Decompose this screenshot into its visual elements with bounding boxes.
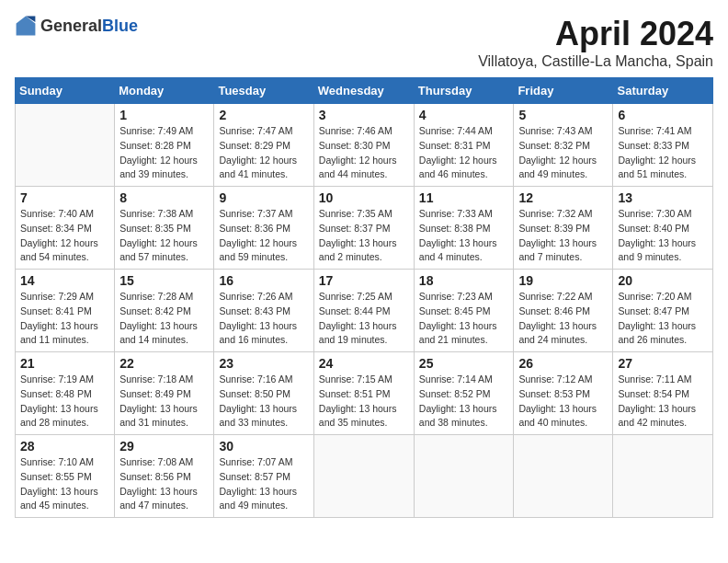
day-number: 27 (618, 356, 708, 371)
day-number: 22 (119, 356, 209, 371)
day-info: Sunrise: 7:44 AMSunset: 8:31 PMDaylight:… (419, 124, 509, 182)
calendar-cell: 12Sunrise: 7:32 AMSunset: 8:39 PMDayligh… (514, 187, 613, 270)
day-info: Sunrise: 7:40 AMSunset: 8:34 PMDaylight:… (20, 207, 109, 265)
day-number: 26 (518, 356, 608, 371)
day-number: 25 (419, 356, 509, 371)
calendar-cell: 23Sunrise: 7:16 AMSunset: 8:50 PMDayligh… (214, 352, 313, 435)
calendar-cell: 11Sunrise: 7:33 AMSunset: 8:38 PMDayligh… (414, 187, 514, 270)
calendar-cell: 16Sunrise: 7:26 AMSunset: 8:43 PMDayligh… (214, 270, 313, 352)
day-number: 10 (319, 190, 409, 205)
day-number: 3 (319, 108, 409, 122)
day-number: 19 (518, 273, 608, 288)
day-info: Sunrise: 7:28 AMSunset: 8:42 PMDaylight:… (119, 290, 209, 348)
calendar-cell (16, 104, 115, 187)
day-number: 23 (219, 356, 308, 371)
day-info: Sunrise: 7:30 AMSunset: 8:40 PMDaylight:… (618, 207, 708, 265)
day-info: Sunrise: 7:14 AMSunset: 8:52 PMDaylight:… (419, 373, 509, 431)
calendar-cell: 10Sunrise: 7:35 AMSunset: 8:37 PMDayligh… (313, 187, 414, 270)
weekday-header-thursday: Thursday (414, 78, 514, 104)
day-info: Sunrise: 7:19 AMSunset: 8:48 PMDaylight:… (20, 373, 109, 431)
day-info: Sunrise: 7:33 AMSunset: 8:38 PMDaylight:… (419, 207, 509, 265)
day-info: Sunrise: 7:49 AMSunset: 8:28 PMDaylight:… (119, 124, 209, 182)
calendar-cell (613, 435, 713, 518)
weekday-header-saturday: Saturday (613, 78, 713, 104)
day-info: Sunrise: 7:10 AMSunset: 8:55 PMDaylight:… (20, 455, 109, 513)
calendar-cell: 6Sunrise: 7:41 AMSunset: 8:33 PMDaylight… (613, 104, 713, 187)
calendar-cell: 22Sunrise: 7:18 AMSunset: 8:49 PMDayligh… (115, 352, 214, 435)
day-info: Sunrise: 7:25 AMSunset: 8:44 PMDaylight:… (319, 290, 409, 348)
calendar-cell: 1Sunrise: 7:49 AMSunset: 8:28 PMDaylight… (115, 104, 214, 187)
weekday-header-tuesday: Tuesday (214, 78, 313, 104)
calendar-cell: 7Sunrise: 7:40 AMSunset: 8:34 PMDaylight… (16, 187, 115, 270)
calendar-cell: 29Sunrise: 7:08 AMSunset: 8:56 PMDayligh… (115, 435, 214, 518)
day-info: Sunrise: 7:11 AMSunset: 8:54 PMDaylight:… (618, 373, 708, 431)
day-info: Sunrise: 7:38 AMSunset: 8:35 PMDaylight:… (119, 207, 209, 265)
weekday-header-wednesday: Wednesday (313, 78, 414, 104)
calendar-cell: 18Sunrise: 7:23 AMSunset: 8:45 PMDayligh… (414, 270, 514, 352)
day-info: Sunrise: 7:16 AMSunset: 8:50 PMDaylight:… (219, 373, 308, 431)
day-info: Sunrise: 7:35 AMSunset: 8:37 PMDaylight:… (319, 207, 409, 265)
day-info: Sunrise: 7:47 AMSunset: 8:29 PMDaylight:… (219, 124, 308, 182)
day-number: 14 (20, 273, 109, 288)
day-number: 21 (20, 356, 109, 371)
day-info: Sunrise: 7:20 AMSunset: 8:47 PMDaylight:… (618, 290, 708, 348)
calendar-week-row: 1Sunrise: 7:49 AMSunset: 8:28 PMDaylight… (16, 104, 713, 187)
day-info: Sunrise: 7:37 AMSunset: 8:36 PMDaylight:… (219, 207, 308, 265)
logo: GeneralBlue (15, 15, 138, 37)
weekday-header-friday: Friday (514, 78, 613, 104)
weekday-header-row: SundayMondayTuesdayWednesdayThursdayFrid… (16, 78, 713, 104)
calendar-cell (514, 435, 613, 518)
calendar-cell: 19Sunrise: 7:22 AMSunset: 8:46 PMDayligh… (514, 270, 613, 352)
location-title: Villatoya, Castille-La Mancha, Spain (478, 53, 713, 70)
day-number: 6 (618, 108, 708, 122)
calendar-cell: 13Sunrise: 7:30 AMSunset: 8:40 PMDayligh… (613, 187, 713, 270)
day-number: 16 (219, 273, 308, 288)
calendar-cell: 25Sunrise: 7:14 AMSunset: 8:52 PMDayligh… (414, 352, 514, 435)
day-number: 24 (319, 356, 409, 371)
day-number: 9 (219, 190, 308, 205)
calendar-week-row: 14Sunrise: 7:29 AMSunset: 8:41 PMDayligh… (16, 270, 713, 352)
calendar-week-row: 7Sunrise: 7:40 AMSunset: 8:34 PMDaylight… (16, 187, 713, 270)
day-number: 28 (20, 439, 109, 454)
calendar-cell: 21Sunrise: 7:19 AMSunset: 8:48 PMDayligh… (16, 352, 115, 435)
calendar-cell: 30Sunrise: 7:07 AMSunset: 8:57 PMDayligh… (214, 435, 313, 518)
day-info: Sunrise: 7:23 AMSunset: 8:45 PMDaylight:… (419, 290, 509, 348)
day-number: 13 (618, 190, 708, 205)
day-info: Sunrise: 7:15 AMSunset: 8:51 PMDaylight:… (319, 373, 409, 431)
day-number: 18 (419, 273, 509, 288)
day-number: 2 (219, 108, 308, 122)
day-number: 20 (618, 273, 708, 288)
calendar-cell: 17Sunrise: 7:25 AMSunset: 8:44 PMDayligh… (313, 270, 414, 352)
day-number: 1 (119, 108, 209, 122)
day-info: Sunrise: 7:46 AMSunset: 8:30 PMDaylight:… (319, 124, 409, 182)
day-info: Sunrise: 7:41 AMSunset: 8:33 PMDaylight:… (618, 124, 708, 182)
logo-icon (15, 15, 37, 37)
day-info: Sunrise: 7:12 AMSunset: 8:53 PMDaylight:… (518, 373, 608, 431)
day-info: Sunrise: 7:43 AMSunset: 8:32 PMDaylight:… (518, 124, 608, 182)
calendar-cell (414, 435, 514, 518)
day-number: 7 (20, 190, 109, 205)
calendar-cell: 9Sunrise: 7:37 AMSunset: 8:36 PMDaylight… (214, 187, 313, 270)
day-info: Sunrise: 7:08 AMSunset: 8:56 PMDaylight:… (119, 455, 209, 513)
calendar-cell: 24Sunrise: 7:15 AMSunset: 8:51 PMDayligh… (313, 352, 414, 435)
calendar-cell: 3Sunrise: 7:46 AMSunset: 8:30 PMDaylight… (313, 104, 414, 187)
day-info: Sunrise: 7:18 AMSunset: 8:49 PMDaylight:… (119, 373, 209, 431)
day-number: 17 (319, 273, 409, 288)
calendar-cell (313, 435, 414, 518)
calendar-cell: 2Sunrise: 7:47 AMSunset: 8:29 PMDaylight… (214, 104, 313, 187)
calendar-week-row: 28Sunrise: 7:10 AMSunset: 8:55 PMDayligh… (16, 435, 713, 518)
day-number: 30 (219, 439, 308, 454)
day-info: Sunrise: 7:22 AMSunset: 8:46 PMDaylight:… (518, 290, 608, 348)
day-info: Sunrise: 7:07 AMSunset: 8:57 PMDaylight:… (219, 455, 308, 513)
calendar-cell: 28Sunrise: 7:10 AMSunset: 8:55 PMDayligh… (16, 435, 115, 518)
calendar-table: SundayMondayTuesdayWednesdayThursdayFrid… (15, 77, 713, 518)
day-number: 5 (518, 108, 608, 122)
calendar-cell: 4Sunrise: 7:44 AMSunset: 8:31 PMDaylight… (414, 104, 514, 187)
day-number: 11 (419, 190, 509, 205)
calendar-cell: 8Sunrise: 7:38 AMSunset: 8:35 PMDaylight… (115, 187, 214, 270)
weekday-header-monday: Monday (115, 78, 214, 104)
weekday-header-sunday: Sunday (16, 78, 115, 104)
calendar-cell: 26Sunrise: 7:12 AMSunset: 8:53 PMDayligh… (514, 352, 613, 435)
calendar-cell: 5Sunrise: 7:43 AMSunset: 8:32 PMDaylight… (514, 104, 613, 187)
day-info: Sunrise: 7:29 AMSunset: 8:41 PMDaylight:… (20, 290, 109, 348)
